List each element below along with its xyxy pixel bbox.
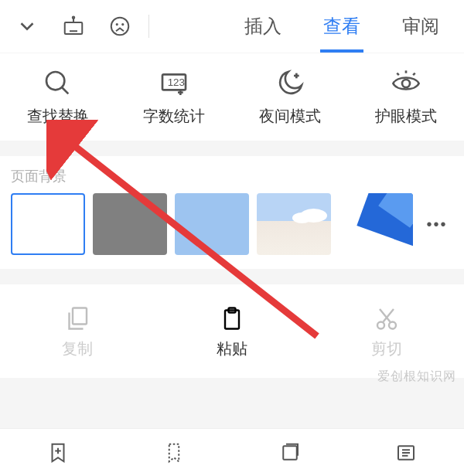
paste-button[interactable]: 粘贴	[186, 303, 278, 359]
copy-button: 复制	[31, 303, 124, 359]
svg-line-21	[413, 73, 415, 76]
eye-care-button[interactable]: 护眼模式	[360, 67, 452, 127]
svg-point-25	[377, 322, 384, 329]
divider	[148, 15, 149, 38]
svg-line-20	[397, 73, 399, 76]
keyboard-icon[interactable]	[54, 7, 93, 46]
pages-icon[interactable]	[271, 434, 309, 472]
svg-point-18	[402, 80, 410, 87]
copy-label: 复制	[62, 338, 93, 359]
night-mode-label: 夜间模式	[259, 106, 321, 127]
bottom-bar	[0, 428, 464, 476]
cut-label: 剪切	[371, 338, 402, 359]
svg-point-10	[46, 72, 64, 90]
svg-text:123: 123	[168, 76, 185, 88]
bookmark-icon[interactable]	[155, 434, 193, 472]
collapse-icon[interactable]	[8, 7, 46, 46]
bookmark-add-icon[interactable]	[39, 434, 77, 472]
cut-icon	[371, 303, 402, 334]
swatch-row: •••	[11, 193, 453, 255]
page-background-section: 页面背景 •••	[0, 156, 464, 269]
more-swatches-button[interactable]: •••	[421, 193, 453, 255]
clipboard-row: 复制 粘贴 剪切	[0, 284, 464, 378]
tab-view[interactable]: 查看	[306, 0, 377, 53]
svg-rect-22	[73, 308, 87, 325]
swatch-white[interactable]	[11, 193, 85, 255]
svg-rect-31	[283, 446, 297, 460]
find-replace-label: 查找替换	[27, 106, 89, 127]
assistant-icon[interactable]	[101, 7, 139, 46]
find-replace-button[interactable]: 查找替换	[12, 67, 104, 127]
copy-icon	[62, 303, 93, 334]
eye-icon	[390, 67, 422, 100]
svg-point-9	[122, 24, 123, 25]
word-count-label: 字数统计	[143, 106, 205, 127]
function-row: 查找替换 123 字数统计 夜间模式	[0, 53, 464, 141]
svg-point-7	[111, 18, 129, 36]
moon-icon	[274, 67, 306, 100]
svg-line-11	[62, 87, 68, 94]
svg-point-2	[73, 17, 75, 19]
svg-point-8	[117, 24, 118, 25]
tab-strip: 插入 查看 审阅	[159, 0, 456, 53]
word-count-button[interactable]: 123 字数统计	[128, 67, 220, 127]
swatch-pattern[interactable]	[339, 193, 413, 255]
tab-insert[interactable]: 插入	[227, 0, 299, 53]
search-icon	[42, 67, 74, 100]
svg-rect-0	[65, 22, 83, 34]
top-toolbar: 插入 查看 审阅	[0, 0, 464, 53]
paste-icon	[217, 303, 247, 334]
wordcount-icon: 123	[158, 67, 190, 100]
paste-label: 粘贴	[217, 338, 247, 359]
watermark: 爱创根知识网	[377, 369, 456, 385]
tab-review[interactable]: 审阅	[385, 0, 456, 53]
swatch-clouds[interactable]	[257, 193, 331, 255]
swatch-gray[interactable]	[93, 193, 167, 255]
section-title: 页面背景	[11, 167, 453, 185]
swatch-blue[interactable]	[175, 193, 249, 255]
night-mode-button[interactable]: 夜间模式	[244, 67, 336, 127]
svg-point-26	[389, 322, 396, 329]
eye-care-label: 护眼模式	[375, 106, 437, 127]
cut-button: 剪切	[340, 303, 433, 359]
list-icon[interactable]	[387, 434, 425, 472]
